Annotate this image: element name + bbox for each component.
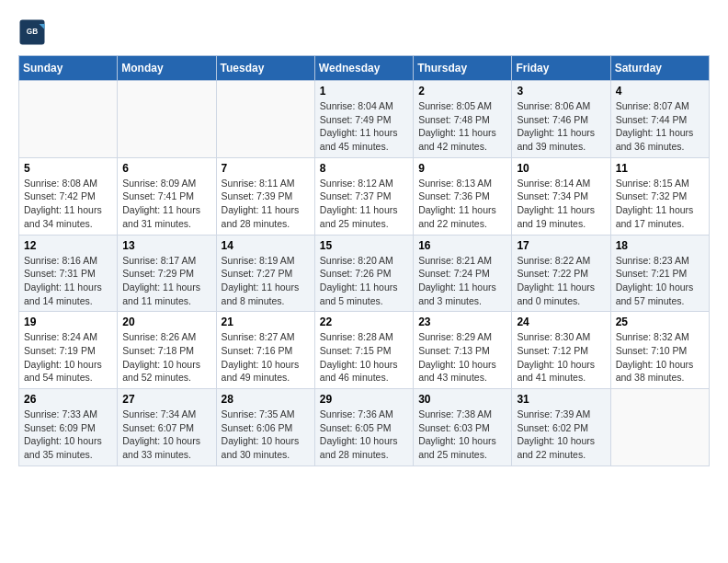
calendar-cell: 20Sunrise: 8:26 AM Sunset: 7:18 PM Dayli…	[118, 312, 216, 389]
logo: GB	[18, 18, 50, 46]
day-number: 18	[616, 239, 704, 252]
day-number: 20	[122, 316, 210, 328]
week-row-4: 19Sunrise: 8:24 AM Sunset: 7:19 PM Dayli…	[19, 312, 710, 389]
day-info: Sunrise: 8:30 AM Sunset: 7:12 PM Dayligh…	[517, 330, 605, 385]
calendar-cell: 6Sunrise: 8:09 AM Sunset: 7:41 PM Daylig…	[118, 157, 216, 235]
calendar-cell: 30Sunrise: 7:38 AM Sunset: 6:03 PM Dayli…	[414, 389, 512, 466]
calendar-cell: 23Sunrise: 8:29 AM Sunset: 7:13 PM Dayli…	[414, 312, 512, 389]
calendar-cell: 5Sunrise: 8:08 AM Sunset: 7:42 PM Daylig…	[19, 157, 118, 235]
week-row-3: 12Sunrise: 8:16 AM Sunset: 7:31 PM Dayli…	[19, 235, 710, 312]
calendar-cell	[610, 389, 709, 466]
day-number: 25	[616, 316, 704, 328]
day-info: Sunrise: 8:21 AM Sunset: 7:24 PM Dayligh…	[418, 254, 506, 308]
day-number: 23	[418, 316, 506, 328]
day-number: 19	[24, 316, 112, 328]
calendar-cell: 22Sunrise: 8:28 AM Sunset: 7:15 PM Dayli…	[314, 312, 413, 389]
day-number: 27	[122, 393, 210, 406]
day-info: Sunrise: 8:22 AM Sunset: 7:22 PM Dayligh…	[517, 254, 605, 308]
day-number: 12	[24, 239, 112, 252]
calendar-cell: 15Sunrise: 8:20 AM Sunset: 7:26 PM Dayli…	[314, 235, 413, 312]
day-info: Sunrise: 8:11 AM Sunset: 7:39 PM Dayligh…	[222, 177, 310, 231]
day-info: Sunrise: 7:35 AM Sunset: 6:06 PM Dayligh…	[222, 408, 310, 462]
day-info: Sunrise: 8:17 AM Sunset: 7:29 PM Dayligh…	[122, 254, 210, 308]
calendar-cell: 17Sunrise: 8:22 AM Sunset: 7:22 PM Dayli…	[512, 235, 610, 312]
day-number: 16	[418, 239, 506, 252]
day-info: Sunrise: 8:29 AM Sunset: 7:13 PM Dayligh…	[418, 330, 506, 385]
day-info: Sunrise: 8:32 AM Sunset: 7:10 PM Dayligh…	[616, 330, 704, 385]
day-info: Sunrise: 8:14 AM Sunset: 7:34 PM Dayligh…	[517, 177, 605, 231]
weekday-header-tuesday: Tuesday	[216, 56, 314, 81]
calendar-cell	[118, 81, 216, 158]
day-number: 26	[24, 393, 112, 406]
day-number: 24	[517, 316, 605, 328]
calendar-cell: 14Sunrise: 8:19 AM Sunset: 7:27 PM Dayli…	[216, 235, 314, 312]
day-number: 8	[320, 162, 408, 175]
day-number: 2	[418, 85, 506, 98]
day-number: 17	[517, 239, 605, 252]
calendar-cell: 11Sunrise: 8:15 AM Sunset: 7:32 PM Dayli…	[610, 157, 709, 235]
calendar-cell: 25Sunrise: 8:32 AM Sunset: 7:10 PM Dayli…	[610, 312, 709, 389]
calendar-cell: 21Sunrise: 8:27 AM Sunset: 7:16 PM Dayli…	[216, 312, 314, 389]
calendar-cell: 10Sunrise: 8:14 AM Sunset: 7:34 PM Dayli…	[512, 157, 610, 235]
calendar-cell: 1Sunrise: 8:04 AM Sunset: 7:49 PM Daylig…	[314, 81, 413, 158]
day-info: Sunrise: 8:15 AM Sunset: 7:32 PM Dayligh…	[616, 177, 704, 231]
calendar-cell: 19Sunrise: 8:24 AM Sunset: 7:19 PM Dayli…	[19, 312, 118, 389]
weekday-header-sunday: Sunday	[19, 56, 118, 81]
logo-icon: GB	[18, 18, 46, 46]
weekday-header-saturday: Saturday	[610, 56, 709, 81]
weekday-header-monday: Monday	[118, 56, 216, 81]
day-number: 6	[122, 162, 210, 175]
day-number: 9	[418, 162, 506, 175]
calendar-table: SundayMondayTuesdayWednesdayThursdayFrid…	[18, 55, 710, 466]
day-info: Sunrise: 8:20 AM Sunset: 7:26 PM Dayligh…	[320, 254, 408, 308]
calendar-cell: 2Sunrise: 8:05 AM Sunset: 7:48 PM Daylig…	[414, 81, 512, 158]
day-number: 21	[222, 316, 310, 328]
day-info: Sunrise: 8:26 AM Sunset: 7:18 PM Dayligh…	[122, 330, 210, 385]
calendar-cell	[216, 81, 314, 158]
calendar-cell: 7Sunrise: 8:11 AM Sunset: 7:39 PM Daylig…	[216, 157, 314, 235]
day-number: 22	[320, 316, 408, 328]
day-info: Sunrise: 8:05 AM Sunset: 7:48 PM Dayligh…	[418, 99, 506, 154]
day-info: Sunrise: 8:08 AM Sunset: 7:42 PM Dayligh…	[24, 177, 112, 231]
calendar-cell: 18Sunrise: 8:23 AM Sunset: 7:21 PM Dayli…	[610, 235, 709, 312]
calendar-cell: 16Sunrise: 8:21 AM Sunset: 7:24 PM Dayli…	[414, 235, 512, 312]
day-number: 5	[24, 162, 112, 175]
calendar-cell: 12Sunrise: 8:16 AM Sunset: 7:31 PM Dayli…	[19, 235, 118, 312]
day-info: Sunrise: 8:27 AM Sunset: 7:16 PM Dayligh…	[222, 330, 310, 385]
day-number: 31	[517, 393, 605, 406]
day-info: Sunrise: 7:36 AM Sunset: 6:05 PM Dayligh…	[320, 408, 408, 462]
calendar-cell: 9Sunrise: 8:13 AM Sunset: 7:36 PM Daylig…	[414, 157, 512, 235]
page: GB SundayMondayTuesdayWednesdayThursdayF…	[0, 0, 728, 476]
header: GB	[18, 18, 710, 46]
day-info: Sunrise: 7:33 AM Sunset: 6:09 PM Dayligh…	[24, 408, 112, 462]
day-info: Sunrise: 8:13 AM Sunset: 7:36 PM Dayligh…	[418, 177, 506, 231]
weekday-header-friday: Friday	[512, 56, 610, 81]
calendar-cell: 31Sunrise: 7:39 AM Sunset: 6:02 PM Dayli…	[512, 389, 610, 466]
weekday-header-wednesday: Wednesday	[314, 56, 413, 81]
day-number: 29	[320, 393, 408, 406]
day-number: 11	[616, 162, 704, 175]
calendar-cell: 8Sunrise: 8:12 AM Sunset: 7:37 PM Daylig…	[314, 157, 413, 235]
day-info: Sunrise: 8:19 AM Sunset: 7:27 PM Dayligh…	[222, 254, 310, 308]
day-info: Sunrise: 8:04 AM Sunset: 7:49 PM Dayligh…	[320, 99, 408, 154]
day-number: 13	[122, 239, 210, 252]
calendar-cell: 4Sunrise: 8:07 AM Sunset: 7:44 PM Daylig…	[610, 81, 709, 158]
calendar-cell: 3Sunrise: 8:06 AM Sunset: 7:46 PM Daylig…	[512, 81, 610, 158]
day-info: Sunrise: 8:23 AM Sunset: 7:21 PM Dayligh…	[616, 254, 704, 308]
weekday-header-row: SundayMondayTuesdayWednesdayThursdayFrid…	[19, 56, 710, 81]
day-number: 7	[222, 162, 310, 175]
day-number: 4	[616, 85, 704, 98]
calendar-cell: 29Sunrise: 7:36 AM Sunset: 6:05 PM Dayli…	[314, 389, 413, 466]
day-info: Sunrise: 8:28 AM Sunset: 7:15 PM Dayligh…	[320, 330, 408, 385]
day-info: Sunrise: 7:34 AM Sunset: 6:07 PM Dayligh…	[122, 408, 210, 462]
day-info: Sunrise: 8:06 AM Sunset: 7:46 PM Dayligh…	[517, 99, 605, 154]
day-number: 30	[418, 393, 506, 406]
day-info: Sunrise: 8:07 AM Sunset: 7:44 PM Dayligh…	[616, 99, 704, 154]
day-number: 1	[320, 85, 408, 98]
calendar-cell	[19, 81, 118, 158]
week-row-1: 1Sunrise: 8:04 AM Sunset: 7:49 PM Daylig…	[19, 81, 710, 158]
day-number: 15	[320, 239, 408, 252]
calendar-cell: 13Sunrise: 8:17 AM Sunset: 7:29 PM Dayli…	[118, 235, 216, 312]
calendar-cell: 24Sunrise: 8:30 AM Sunset: 7:12 PM Dayli…	[512, 312, 610, 389]
day-info: Sunrise: 8:12 AM Sunset: 7:37 PM Dayligh…	[320, 177, 408, 231]
